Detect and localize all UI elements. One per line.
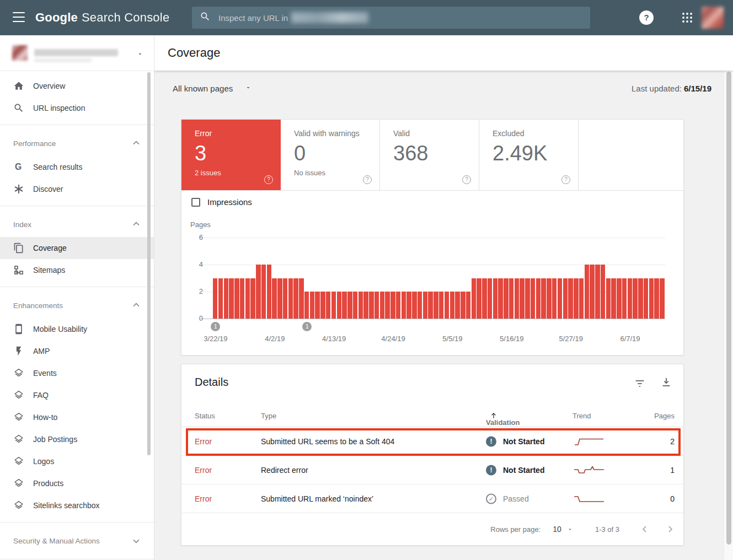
download-icon[interactable]: [660, 376, 672, 390]
not-started-exclamation-icon: !: [486, 465, 496, 475]
impressions-checkbox[interactable]: Impressions: [191, 197, 252, 207]
google-g-icon: G: [13, 161, 24, 173]
page-header: Coverage: [154, 35, 733, 71]
table-header-row: Status Type Validation Trend Pages: [181, 405, 683, 427]
sidebar-item-discover[interactable]: Discover: [0, 178, 154, 200]
not-started-exclamation-icon: !: [486, 436, 496, 446]
filter-icon[interactable]: [634, 377, 646, 391]
chart-bar: [482, 278, 486, 319]
chart-bar: [493, 278, 497, 319]
main-scrollbar-thumb[interactable]: [726, 72, 731, 545]
url-inspection-search-input[interactable]: Inspect any URL in: [192, 7, 590, 29]
google-apps-grid-icon[interactable]: [681, 12, 693, 26]
chart-bar: [277, 278, 282, 319]
chart-bar: [541, 278, 545, 319]
chart-bar: [574, 278, 578, 319]
chart-bar: [315, 292, 319, 319]
hamburger-menu-icon[interactable]: [13, 12, 25, 22]
search-placeholder: Inspect any URL in: [218, 13, 288, 23]
help-circle-icon[interactable]: ?: [561, 175, 570, 184]
details-row-redirect-error[interactable]: ErrorRedirect error!Not Started1: [181, 456, 683, 484]
sidebar-item-logos[interactable]: Logos: [0, 450, 154, 472]
y-axis-title: Pages: [190, 220, 211, 229]
chart-bar: [504, 278, 508, 319]
chart-bar: [250, 278, 255, 319]
status-card-error[interactable]: Error32 issues?: [181, 120, 281, 190]
rich-result-icon: [13, 434, 24, 445]
next-page-icon[interactable]: [665, 524, 676, 535]
chart-bar: [536, 278, 541, 319]
sidebar-item-sitelinks-searchbox[interactable]: Sitelinks searchbox: [0, 494, 154, 516]
previous-page-icon[interactable]: [639, 524, 650, 535]
sidebar-item-products[interactable]: Products: [0, 472, 154, 494]
chart-bar: [396, 292, 400, 319]
sidebar-item-coverage[interactable]: Coverage: [0, 237, 154, 259]
details-row-submitted-url-marked-noindex[interactable]: ErrorSubmitted URL marked ‘noindex’✓Pass…: [181, 484, 683, 513]
status-card-excluded[interactable]: Excluded2.49K?: [479, 120, 579, 190]
row-pages-count: 0: [670, 494, 675, 503]
details-title: Details: [195, 376, 228, 389]
chart-bar: [585, 265, 589, 319]
row-status: Error: [195, 466, 212, 475]
chart-bar: [488, 278, 492, 319]
sidebar-section-security-manual-actions[interactable]: Security & Manual Actions: [0, 528, 154, 553]
chart-annotation-marker[interactable]: 1: [302, 322, 312, 331]
cards-row-filler: [579, 120, 683, 190]
chart-bar: [245, 278, 250, 319]
table-body: ErrorSubmitted URL seems to be a Soft 40…: [181, 427, 683, 513]
trend-sparkline: [573, 465, 606, 476]
card-value: 2.49K: [493, 143, 578, 164]
column-header-type[interactable]: Type: [261, 412, 276, 420]
sidebar-item-amp[interactable]: AMP: [0, 340, 154, 362]
sidebar-section-enhancements[interactable]: Enhancements: [0, 293, 154, 318]
checkbox-unchecked-icon: [191, 198, 200, 207]
chart-bar: [342, 292, 346, 319]
chart-annotation-marker[interactable]: 1: [211, 322, 220, 331]
sidebar-section-performance[interactable]: Performance: [0, 131, 154, 156]
coverage-toolbar: All known pages Last updated:6/15/19: [173, 79, 711, 97]
status-cards-row: Error32 issues?Valid with warnings0No is…: [181, 120, 683, 191]
row-validation: ✓Passed: [486, 493, 529, 504]
sidebar-divider: [0, 559, 154, 559]
column-header-validation[interactable]: Validation: [486, 412, 497, 419]
chevron-up-icon: [131, 138, 142, 149]
sidebar-divider: [0, 206, 154, 206]
chart-bar: [568, 278, 573, 319]
sidebar-item-job-postings[interactable]: Job Postings: [0, 428, 154, 450]
help-circle-icon[interactable]: ?: [462, 175, 471, 184]
help-icon[interactable]: ?: [639, 10, 654, 25]
chart-bar: [402, 292, 406, 319]
svg-text:G: G: [15, 162, 22, 171]
chart-bar: [261, 265, 266, 319]
sidebar-item-events[interactable]: Events: [0, 362, 154, 384]
chart-bar: [590, 265, 594, 319]
column-header-status[interactable]: Status: [195, 412, 215, 420]
chart-bar: [552, 278, 557, 319]
trend-sparkline: [573, 493, 606, 504]
status-card-valid[interactable]: Valid368?: [380, 120, 479, 190]
sidebar-scrollbar-thumb[interactable]: [147, 72, 151, 455]
sidebar-item-mobile-usability[interactable]: Mobile Usability: [0, 318, 154, 340]
chart-bar: [660, 278, 664, 319]
sidebar-item-overview[interactable]: Overview: [0, 75, 154, 97]
card-label: Excluded: [493, 129, 578, 138]
status-card-valid-with-warnings[interactable]: Valid with warnings0No issues?: [281, 120, 380, 190]
help-circle-icon[interactable]: ?: [363, 175, 372, 184]
page-scope-dropdown[interactable]: All known pages: [173, 83, 252, 93]
sidebar-item-url-inspection[interactable]: URL inspection: [0, 97, 154, 119]
coverage-bar-chart[interactable]: 6420113/22/194/2/194/13/194/24/195/5/195…: [213, 238, 665, 319]
help-circle-icon[interactable]: ?: [264, 175, 273, 184]
x-axis-tick-label: 4/24/19: [381, 335, 405, 343]
sidebar-item-faq[interactable]: FAQ: [0, 384, 154, 406]
redacted-property-domain: [291, 12, 368, 23]
details-row-submitted-url-seems-to-be-a-soft-404[interactable]: ErrorSubmitted URL seems to be a Soft 40…: [181, 427, 683, 456]
sidebar-section-index[interactable]: Index: [0, 212, 154, 237]
rows-per-page-select[interactable]: 10: [553, 525, 573, 534]
logo-google-text: Google: [35, 10, 78, 24]
property-selector[interactable]: [0, 35, 154, 71]
column-header-pages[interactable]: Pages: [654, 412, 675, 420]
sidebar-item-search-results[interactable]: GSearch results: [0, 156, 154, 178]
sidebar-item-how-to[interactable]: How-to: [0, 406, 154, 428]
sidebar-item-sitemaps[interactable]: Sitemaps: [0, 259, 154, 281]
user-avatar[interactable]: [702, 7, 724, 29]
